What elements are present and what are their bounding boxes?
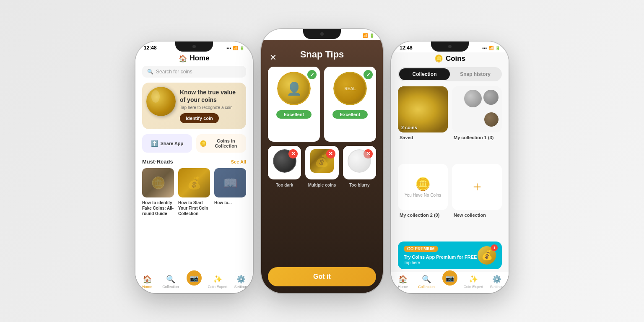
tab-snap-history[interactable]: Snap history <box>450 68 501 80</box>
coin-image-good-1 <box>277 72 311 105</box>
nav-home-label: Home <box>142 285 152 289</box>
snap-bad-grid: ✕ Too dark ✕ 💰 Multiple coins <box>261 146 383 187</box>
status-excellent-1: Excellent <box>276 110 312 119</box>
premium-text: Try Coins App Premium for FREE <box>404 254 477 260</box>
article-image-1: 🪙 <box>142 168 174 197</box>
nav-collection-label-r: Collection <box>418 285 435 289</box>
coins-collection-icon: 🪙 <box>200 140 207 147</box>
signal-icon-r: ▪▪▪ <box>482 46 487 50</box>
nav-settings-label: Settings <box>234 285 248 289</box>
bottom-nav-left: 🏠 Home 🔍 Collection 📷 ✨ Coin Expert ⚙️ S… <box>135 272 253 293</box>
phone-right: 12:48 ▪▪▪ 📶 🔋 🪙 Coins Collection Snap hi… <box>391 42 509 293</box>
time-left: 12:48 <box>144 45 157 51</box>
stack-coins-icon: 🪙 <box>415 177 431 191</box>
phones-container: 12:48 ▪▪▪ 📶 🔋 🏠 Home 🔍 Search for coins … <box>0 0 644 322</box>
nav-camera-r[interactable]: 📷 <box>438 275 462 289</box>
nav-camera[interactable]: 📷 <box>182 275 206 289</box>
notch-center <box>303 29 341 39</box>
my-collection-2-container: 🪙 You Have No Coins My collection 2 (0) <box>398 164 448 237</box>
share-app-button[interactable]: ⬆️ Share App <box>142 134 192 153</box>
mini-coin-brown <box>484 112 499 127</box>
snap-card-bad-2: ✕ 💰 Multiple coins <box>305 146 338 187</box>
search-placeholder: Search for coins <box>156 69 192 75</box>
must-reads-title: Must-Reads <box>142 158 173 165</box>
premium-left: GO PREMIUM Try Coins App Premium for FRE… <box>404 246 477 265</box>
article-image-3: 📖 <box>214 168 246 197</box>
coins-title-icon: 🪙 <box>434 54 443 63</box>
plus-icon: ＋ <box>470 177 484 196</box>
coins-title-text: Coins <box>446 55 465 63</box>
wifi-icon: 📶 <box>233 46 238 50</box>
nav-collection-label: Collection <box>162 285 179 289</box>
promo-card[interactable]: Know the true value of your coins Tap he… <box>142 83 246 129</box>
collections-grid: 2 coins Saved My collection 1 (3) <box>391 86 509 237</box>
tab-collection[interactable]: Collection <box>399 68 450 80</box>
my-collection-1-card[interactable] <box>452 86 502 132</box>
coins-collection-label: Coins in Collection <box>209 138 243 148</box>
empty-collection-card[interactable]: 🪙 You Have No Coins <box>398 164 448 210</box>
new-collection-label: New collection <box>452 212 502 218</box>
article-image-2: 💰 <box>178 168 210 197</box>
tab-row: Collection Snap history <box>398 67 502 81</box>
share-label: Share App <box>161 141 184 146</box>
snap-bad-card-2: ✕ 💰 <box>305 146 338 179</box>
nav-expert-label: Coin Expert <box>208 285 227 289</box>
saved-coin-count: 2 coins <box>401 125 417 130</box>
signal-icon: ▪▪▪ <box>226 46 231 50</box>
status-icons-center: ▪▪▪ 📶 🔋 <box>356 33 374 38</box>
phone-left: 12:48 ▪▪▪ 📶 🔋 🏠 Home 🔍 Search for coins … <box>135 42 253 293</box>
article-card-1[interactable]: 🪙 How to identify Fake Coins: All-round … <box>142 168 174 216</box>
identify-coin-button[interactable]: Identify coin <box>180 113 219 123</box>
snap-tips-title: Snap Tips <box>261 44 383 67</box>
new-collection-card[interactable]: ＋ <box>452 164 502 210</box>
article-title-2: How to Start Your First Coin Collection <box>178 200 210 216</box>
snap-card-good-1: ✓ Excellent <box>268 67 320 142</box>
nav-settings-r[interactable]: ⚙️ Settings <box>485 275 509 289</box>
badge-good-1: ✓ <box>307 70 317 79</box>
nav-expert-r[interactable]: ✨ Coin Expert <box>462 275 485 289</box>
saved-collection-container: 2 coins Saved <box>398 86 448 160</box>
nav-settings[interactable]: ⚙️ Settings <box>229 275 253 289</box>
promo-subtitle: Tap here to recognize a coin <box>180 105 240 110</box>
collection-icon-r: 🔍 <box>422 275 431 284</box>
bad-label-2: Multiple coins <box>308 183 336 187</box>
article-card-3[interactable]: 📖 How to... <box>214 168 246 216</box>
coins-in-collection-button[interactable]: 🪙 Coins in Collection <box>196 134 246 153</box>
share-icon: ⬆️ <box>151 140 158 147</box>
nav-coin-expert[interactable]: ✨ Coin Expert <box>206 275 229 289</box>
home-icon: 🏠 <box>143 275 152 284</box>
coins-screen: 🪙 Coins Collection Snap history 2 coins <box>391 52 509 293</box>
coins-title: 🪙 Coins <box>391 52 509 67</box>
see-all-link[interactable]: See All <box>231 159 246 164</box>
camera-icon: 📷 <box>187 270 202 286</box>
premium-banner[interactable]: GO PREMIUM Try Coins App Premium for FRE… <box>398 242 502 269</box>
time-center: 12:48 <box>270 32 283 38</box>
wifi-icon-c: 📶 <box>363 33 368 38</box>
battery-icon-r: 🔋 <box>495 46 500 50</box>
badge-bad-1: ✕ <box>288 149 298 158</box>
nav-home-r[interactable]: 🏠 Home <box>391 275 415 289</box>
promo-title: Know the true value of your coins <box>180 88 240 104</box>
ai-icon-r: ✨ <box>469 275 478 284</box>
camera-icon-r: 📷 <box>442 270 457 286</box>
premium-coin-graphic: 💰 1 <box>478 246 496 265</box>
saved-collection-card[interactable]: 2 coins <box>398 86 448 132</box>
nav-home-label-r: Home <box>398 285 408 289</box>
coin-image-good-2: REAL <box>333 72 367 105</box>
nav-collection[interactable]: 🔍 Collection <box>159 275 182 289</box>
nav-collection-r[interactable]: 🔍 Collection <box>415 275 438 289</box>
notch-right <box>431 42 469 52</box>
snap-card-good-2: ✓ REAL Excellent <box>324 67 376 142</box>
bottom-nav-right: 🏠 Home 🔍 Collection 📷 ✨ Coin Expert ⚙️ S… <box>391 272 509 293</box>
mini-coin-silver <box>464 90 482 107</box>
search-bar[interactable]: 🔍 Search for coins <box>142 66 246 78</box>
article-card-2[interactable]: 💰 How to Start Your First Coin Collectio… <box>178 168 210 216</box>
close-button[interactable]: ✕ <box>270 52 277 62</box>
my-collection-1-image <box>452 86 502 132</box>
bad-label-3: Too blurry <box>349 183 370 187</box>
empty-collection-label: You Have No Coins <box>405 193 441 197</box>
nav-home[interactable]: 🏠 Home <box>135 275 159 289</box>
time-right: 12:48 <box>400 45 413 51</box>
snap-tips-screen: ✕ Snap Tips ✓ Excellent ✓ REAL Excellent <box>261 40 383 293</box>
got-it-button[interactable]: Got it <box>268 267 376 286</box>
